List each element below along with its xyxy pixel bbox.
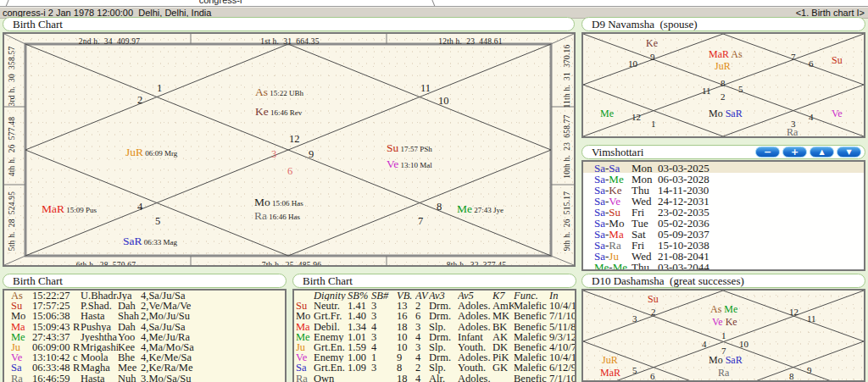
vimshottari-buttons: −+▲▼	[755, 147, 861, 158]
planet-strength-row: SaGrt.En.1.09382Slp.Youth.GKMalefic6/12/…	[294, 363, 575, 373]
dasha-row[interactable]: Sa-MeMon06-03-2028	[583, 173, 864, 184]
chart-label: 10	[739, 336, 748, 350]
chart-label: 7	[418, 213, 423, 227]
planet-strength-row: RaOwn184Alr.Adoles.Benefic7/1/10	[294, 374, 575, 382]
panel-header-positions[interactable]: Birth Chart	[3, 274, 287, 288]
positions-table: As15:22:27U.Bhadra.Jya4,Sa/Ju/SaSu17:57:…	[4, 291, 285, 382]
chart-label: Ve	[832, 106, 843, 119]
chart-frame-lines	[4, 34, 574, 265]
panel-header-d9[interactable]: D9 Navamsha (spouse)	[581, 17, 865, 31]
panel-header-d10[interactable]: D10 Dashamsha (great successes)	[581, 274, 865, 288]
chart-label: Me	[600, 106, 614, 119]
chart-label: Ra	[718, 365, 729, 379]
vimshottari-title: Vimshottari	[592, 146, 643, 158]
chart-label: JuR	[602, 352, 618, 366]
chart-label: 5th h. 28 524.95	[3, 191, 17, 251]
chart-label: Me 27:43 Jye	[457, 202, 504, 215]
planet-position-row: Mo15:06:38HastaShah2,Mo/Ju/Su	[4, 311, 285, 321]
chart-label: 4	[809, 109, 814, 123]
chart-label: 10	[438, 93, 449, 107]
planet-position-row: As15:22:27U.Bhadra.Jya4,Sa/Ju/Sa	[4, 291, 285, 301]
chart-label: 9th h. 26 515.17	[559, 191, 572, 251]
chart-label: JuR	[715, 58, 731, 72]
dasha-row[interactable]: Sa-RaFri15-10-2038	[583, 239, 864, 250]
planet-position-row: Ju06:09:00RMrigashiKee4,Ma/Mo/Sa	[4, 342, 285, 352]
chart-label: 11	[807, 311, 816, 324]
dasha-row[interactable]: Sa-KeThu14-11-2030	[583, 184, 864, 195]
chart-label: 9	[650, 49, 655, 63]
chart-label: 12	[789, 304, 798, 318]
planet-strength-row: VeEnemy1.00194Drm.Adoles.PiKMalefic10/4/…	[294, 352, 575, 363]
chart-label: 2	[651, 304, 656, 318]
zoom-out-button[interactable]: −	[755, 147, 780, 158]
planet-strength-row: SuNeutr.1.413132Drm.Adoles.AmKMalefic10/…	[294, 301, 575, 311]
dasha-row[interactable]: Sa-MoTue05-02-2036	[583, 217, 864, 228]
chart-label: MaR	[600, 365, 620, 379]
dasha-row[interactable]: Sa-SuFri23-02-2035	[583, 206, 864, 217]
chart-label: 12th h. 23 448.61	[438, 33, 502, 47]
planet-position-row: Me27:43:37JyeshthaYoo4,Me/Ju/Ra	[4, 332, 285, 342]
chart-label: JuR 06:09 Mrg	[125, 145, 177, 158]
planet-position-row: Su17:57:25P.Shad.Dah2,Ve/Ma/Ve	[4, 301, 285, 311]
chart-label: 8	[721, 75, 726, 89]
chart-label: Ve 13:10 Mal	[387, 157, 432, 170]
d9-chart-panel: 910768115212134KeMaR AsJuRSuMeMo SaRVeRa	[581, 32, 865, 138]
dasha-row[interactable]: Sa-SaMon03-03-2025	[583, 162, 864, 173]
chart-label: Mo SaR	[709, 106, 743, 119]
scroll-down-button[interactable]: ▼	[837, 147, 861, 158]
chart-label: 8	[437, 199, 442, 213]
chart-label: 11	[702, 83, 711, 97]
chart-label: 7th h. 25 485.96	[262, 257, 321, 267]
chart-label: 1	[651, 116, 656, 130]
dasha-row[interactable]: Sa-MaSat05-09-2037	[583, 228, 864, 239]
chart-label: 12	[632, 109, 641, 123]
chart-label: As 15:22 UBh	[255, 85, 303, 98]
chart-label: Ra 16:46 Has	[254, 208, 300, 222]
scroll-up-button[interactable]: ▲	[810, 147, 834, 158]
strengths-table: DignitySB%SB#VB.AVAv3Av5K7Func.InSuNeutr…	[294, 291, 575, 382]
chart-label: 4	[702, 336, 707, 350]
chart-label: Ke	[646, 36, 658, 49]
planet-strength-row: MeEnemy1.013104Drm.InfantAKMalefic9/3/12	[294, 332, 575, 342]
panel-header-strengths[interactable]: Birth Chart	[292, 274, 576, 288]
zoom-in-button[interactable]: +	[782, 147, 807, 158]
dasha-row[interactable]: Sa-JuWed21-08-2041	[583, 250, 864, 261]
chart-label: 2	[721, 89, 726, 102]
chart-label: 10th h. 23 658.77	[559, 114, 572, 178]
birth-chart-panel: 2nd h. 34 409.971st h. 31 664.3512th h. …	[3, 32, 576, 267]
document-tab[interactable]: congress-i	[7, 0, 434, 7]
chart-label: 11th h. 31 370.16	[559, 45, 572, 108]
chart-label: MaR 15:09 Pus	[42, 202, 97, 215]
planet-position-row: Ma15:09:43RPushyaDah4,Sa/Ju/Sa	[4, 322, 285, 332]
chart-label: 7	[791, 49, 796, 63]
planet-strength-row: MaDebil.1.344183Slp.Adoles.BKBenefic5/11…	[294, 322, 575, 332]
panel-header-birth-chart[interactable]: Birth Chart	[3, 17, 575, 31]
chart-label: SaR 06:33 Mag	[123, 234, 177, 247]
chart-label: 8	[789, 368, 794, 382]
strengths-table-panel: DignitySB%SB#VB.AVAv3Av5K7Func.InSuNeutr…	[292, 289, 576, 382]
planet-strength-row: JuGrt.En.1.594103Slp.Youth.DKBenefic4/10…	[294, 342, 575, 352]
chart-label: 3rd h. 30 358.57	[3, 47, 17, 107]
dasha-rows: Sa-SaMon03-03-2025Sa-MeMon06-03-2028Sa-K…	[583, 162, 864, 271]
chart-label: Ke 16:46 Rev	[255, 104, 302, 118]
chart-label: 12	[289, 131, 300, 145]
chart-label: 5	[155, 213, 160, 227]
chart-label: 6th h. 28 570.67	[76, 257, 136, 267]
chart-label: 1st h. 31 664.35	[260, 33, 319, 47]
panel-header-vimshottari[interactable]: Vimshottari −+▲▼	[581, 145, 865, 159]
jhora-window: congress-i congress-i 2 Jan 1978 12:00:0…	[0, 0, 868, 382]
tab-strip: congress-i	[0, 0, 868, 7]
chart-label: 9	[309, 147, 314, 160]
chart-label: 2nd h. 34 409.97	[79, 33, 140, 47]
chart-label: 6	[287, 163, 292, 177]
vimshottari-list: Sa-SaMon03-03-2025Sa-MeMon06-03-2028Sa-K…	[581, 160, 865, 271]
strengths-header-row: DignitySB%SB#VB.AVAv3Av5K7Func.In	[294, 291, 575, 301]
planet-position-row: Ra16:46:59HastaNuh3,Mo/Sa/Su	[4, 374, 285, 382]
dasha-row[interactable]: Sa-VeWed24-12-2031	[583, 195, 864, 206]
chart-label: 1	[157, 80, 162, 94]
chart-label: Su	[832, 53, 843, 66]
d10-chart-panel: 231211141075698SuAs MeVe KeJuRMaRMo SaRR…	[581, 289, 865, 382]
dasha-row[interactable]: Me-MeThu03-03-2044	[583, 261, 864, 271]
chart-label: 3	[271, 147, 276, 160]
chart-label: 11	[420, 80, 431, 94]
